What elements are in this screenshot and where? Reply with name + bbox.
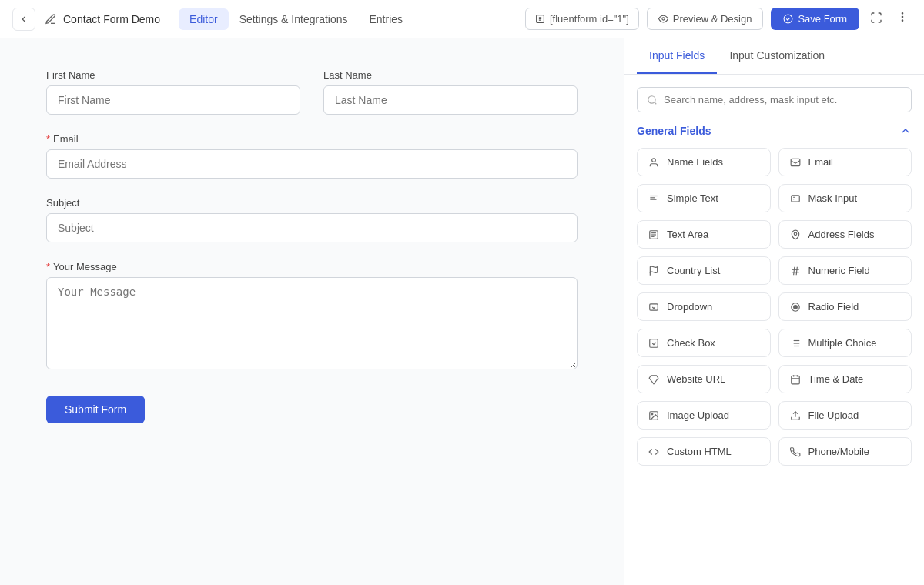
subject-label: Subject xyxy=(46,197,578,209)
image-icon xyxy=(647,410,661,421)
field-item-time-date[interactable]: Time & Date xyxy=(778,365,912,393)
field-item-file-upload[interactable]: File Upload xyxy=(778,401,912,430)
field-label: Time & Date xyxy=(808,373,864,385)
svg-rect-12 xyxy=(791,195,799,201)
panel-content: General Fields Name Fields Email Simple … xyxy=(624,75,924,585)
subject-row: Subject xyxy=(46,197,578,242)
upload-icon xyxy=(788,410,802,421)
field-item-text-area[interactable]: Text Area xyxy=(637,220,771,249)
field-item-country-list[interactable]: Country List xyxy=(637,256,771,285)
form-title-area: Contact Form Demo xyxy=(45,13,160,25)
field-label: Mask Input xyxy=(808,192,858,204)
svg-point-25 xyxy=(793,305,797,309)
field-label: Email xyxy=(808,156,834,168)
search-input[interactable] xyxy=(664,94,902,105)
field-item-image-upload[interactable]: Image Upload xyxy=(637,401,771,430)
field-item-mask-input[interactable]: Mask Input xyxy=(778,184,912,212)
svg-point-38 xyxy=(651,413,653,415)
svg-point-17 xyxy=(794,232,797,236)
field-label: File Upload xyxy=(808,410,859,421)
section-title: General Fields xyxy=(637,125,711,137)
dropdown-icon xyxy=(647,302,661,313)
field-label: Check Box xyxy=(667,337,715,349)
svg-point-6 xyxy=(648,95,655,102)
fullscreen-icon xyxy=(870,12,882,24)
fullscreen-button[interactable] xyxy=(867,8,886,29)
field-item-check-box[interactable]: Check Box xyxy=(637,329,771,357)
field-label: Country List xyxy=(667,265,720,276)
tab-input-customization[interactable]: Input Customization xyxy=(717,38,837,74)
field-label: Image Upload xyxy=(667,410,729,421)
search-box xyxy=(637,87,912,112)
message-required-star: * xyxy=(46,261,50,272)
shortcode-label: [fluentform id="1"] xyxy=(550,13,629,25)
field-label: Address Fields xyxy=(808,229,875,240)
field-item-phone-mobile[interactable]: Phone/Mobile xyxy=(778,437,912,466)
svg-rect-23 xyxy=(650,303,658,309)
tab-input-fields[interactable]: Input Fields xyxy=(637,38,717,74)
svg-rect-33 xyxy=(791,376,799,384)
phone-icon xyxy=(788,446,802,457)
last-name-label: Last Name xyxy=(323,69,578,81)
section-header: General Fields xyxy=(637,125,912,137)
field-item-website-url[interactable]: Website URL xyxy=(637,365,771,393)
field-item-simple-text[interactable]: Simple Text xyxy=(637,184,771,212)
tab-settings[interactable]: Settings & Integrations xyxy=(229,8,359,30)
calendar-icon xyxy=(788,374,802,385)
last-name-group: Last Name xyxy=(323,69,578,115)
tab-entries[interactable]: Entries xyxy=(359,8,414,30)
field-label: Website URL xyxy=(667,373,725,385)
field-label: Custom HTML xyxy=(667,446,732,457)
message-group: * Your Message xyxy=(46,261,578,369)
svg-point-5 xyxy=(902,20,902,21)
more-icon xyxy=(896,11,909,23)
svg-point-4 xyxy=(902,16,902,17)
shortcode-icon xyxy=(535,14,545,24)
more-button[interactable] xyxy=(893,8,912,30)
field-item-custom-html[interactable]: Custom HTML xyxy=(637,437,771,466)
search-icon xyxy=(647,95,658,105)
tab-editor[interactable]: Editor xyxy=(179,8,229,30)
message-textarea[interactable] xyxy=(46,277,578,369)
preview-button[interactable]: Preview & Design xyxy=(647,8,764,30)
field-item-address-fields[interactable]: Address Fields xyxy=(778,220,912,249)
email-group: * Email xyxy=(46,133,578,179)
eye-icon xyxy=(658,14,668,24)
text-icon xyxy=(647,193,661,204)
first-name-input[interactable] xyxy=(46,85,300,115)
email-required-star: * xyxy=(46,133,50,145)
save-button[interactable]: Save Form xyxy=(771,8,859,30)
field-item-name-fields[interactable]: Name Fields xyxy=(637,148,771,176)
form-area: First Name Last Name * Email Subject xyxy=(0,38,624,585)
submit-button[interactable]: Submit Form xyxy=(46,396,145,423)
location-icon xyxy=(788,229,802,240)
subject-group: Subject xyxy=(46,197,578,242)
field-item-dropdown[interactable]: Dropdown xyxy=(637,292,771,321)
flag-icon xyxy=(647,266,661,276)
svg-rect-26 xyxy=(650,339,658,347)
radio-icon xyxy=(788,302,802,313)
textarea-icon xyxy=(647,229,661,240)
field-label: Numeric Field xyxy=(808,265,870,276)
subject-input[interactable] xyxy=(46,213,578,242)
nav-tabs: Editor Settings & Integrations Entries xyxy=(179,8,525,30)
field-item-email[interactable]: Email xyxy=(778,148,912,176)
right-panel: Input Fields Input Customization General… xyxy=(624,38,924,585)
field-item-multiple-choice[interactable]: Multiple Choice xyxy=(778,329,912,357)
email-input[interactable] xyxy=(46,149,578,179)
mask-icon xyxy=(788,193,802,204)
shortcode-button[interactable]: [fluentform id="1"] xyxy=(525,8,639,30)
nav-right: [fluentform id="1"] Preview & Design Sav… xyxy=(525,8,912,30)
list-icon xyxy=(788,338,802,349)
field-item-numeric-field[interactable]: Numeric Field xyxy=(778,256,912,285)
fields-grid: Name Fields Email Simple Text Mask Input… xyxy=(637,148,912,466)
back-button[interactable] xyxy=(12,8,35,31)
svg-point-1 xyxy=(662,18,665,20)
top-nav: Contact Form Demo Editor Settings & Inte… xyxy=(0,0,924,38)
diamond-icon xyxy=(647,374,661,385)
panel-tabs: Input Fields Input Customization xyxy=(624,38,924,75)
last-name-input[interactable] xyxy=(323,85,578,115)
field-item-radio-field[interactable]: Radio Field xyxy=(778,292,912,321)
collapse-icon[interactable] xyxy=(899,125,912,137)
main-layout: First Name Last Name * Email Subject xyxy=(0,38,924,585)
